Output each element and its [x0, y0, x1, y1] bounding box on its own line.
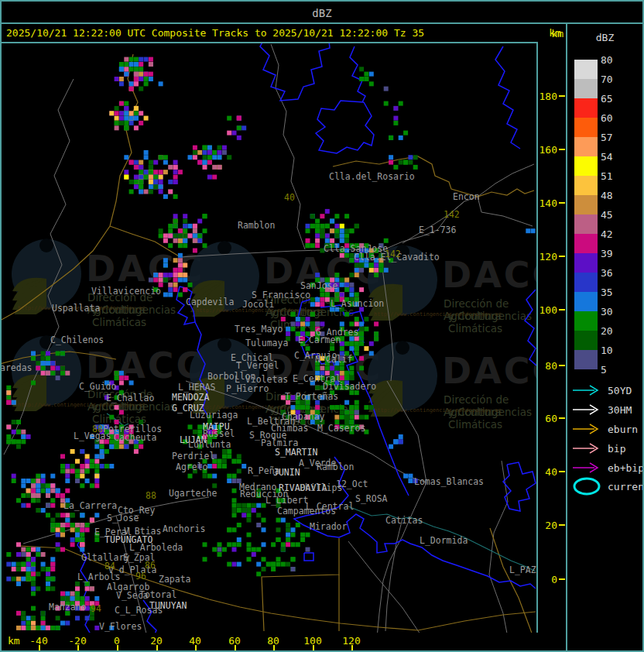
legend-current-label: current	[608, 481, 644, 492]
map-label: Capdevila	[186, 297, 234, 307]
map-label: La_Carrera	[63, 500, 117, 511]
map-label: S_ROSA	[355, 493, 388, 504]
map-label: Villavicencio	[91, 286, 161, 297]
map-label: Lunlunta	[188, 439, 231, 450]
map-label: Clla.del_Rosario	[329, 171, 415, 182]
legend-swatch	[574, 253, 598, 273]
right-axis-tick-label: 0	[537, 574, 557, 585]
map-label: V_Flores	[99, 621, 142, 632]
legend-scale-value: 20	[601, 325, 613, 337]
legend-swatch	[574, 234, 598, 253]
legend-current-row: current	[571, 476, 605, 492]
legend-track-label: bip	[608, 443, 625, 455]
road-number-label: 94	[91, 603, 101, 614]
map-label: S_MARTIN	[275, 447, 317, 458]
bottom-axis-tick	[235, 645, 236, 650]
map-label: Phillips	[300, 482, 342, 493]
right-axis-tick-label: 60	[537, 413, 557, 424]
map-label: L_Asuncion	[331, 298, 384, 309]
map-label: L_Arbols	[77, 571, 120, 582]
legend-scale-value: 42	[601, 228, 613, 240]
legend-scale-value: 80	[601, 54, 613, 66]
right-axis-tick	[559, 95, 565, 97]
bottom-axis-unit: km	[8, 635, 20, 647]
legend-swatch	[574, 195, 598, 214]
map-label: Ugarteche	[169, 488, 217, 499]
legend-track-label: eburn	[608, 424, 638, 435]
map-label: Encon	[453, 191, 480, 202]
map-label: SanJose	[300, 280, 337, 291]
map-label: Uspallata	[52, 303, 100, 314]
map-label: M_Caseros	[317, 423, 365, 434]
map-label: Mirador	[310, 521, 347, 532]
right-axis-tick	[559, 417, 565, 419]
map-label: Perdriel	[172, 451, 214, 462]
map-label: Campamentos	[277, 506, 336, 516]
bottom-axis-tick	[117, 645, 118, 650]
legend-track-row: eburn	[571, 421, 602, 437]
legend-scale-value: 5	[601, 364, 607, 376]
legend-track-row: bip	[571, 441, 602, 456]
right-axis-tick	[559, 471, 565, 472]
right-axis-tick	[559, 578, 565, 580]
legend-scale-value: 51	[601, 170, 613, 182]
legend-scale-value: 35	[601, 287, 613, 298]
map-label: Tulumaya	[245, 338, 288, 348]
legend-swatch	[574, 98, 598, 118]
map-label: C_Guido	[79, 381, 116, 392]
map-label: Catitas	[385, 515, 423, 526]
legend-scale-value: 70	[601, 74, 613, 85]
right-axis-tick	[559, 256, 565, 257]
legend-swatch	[574, 60, 598, 79]
legend-scale-value: 60	[601, 112, 613, 124]
map-label: E_Challao	[106, 393, 154, 403]
map-label: S_Jose	[107, 513, 139, 523]
legend-swatch	[574, 273, 598, 292]
map-label: C_L_Rosas	[115, 605, 163, 616]
header-row: 2025/10/21 12:22:00 UTC Composite Tracks…	[2, 24, 566, 42]
legend-scale-value: 39	[601, 248, 613, 259]
bottom-axis-tick	[273, 645, 275, 650]
map-label: Luzuriaga	[190, 410, 238, 420]
right-axis-tick-label: 180	[537, 91, 557, 102]
legend-swatch	[574, 156, 598, 176]
bottom-axis-tick	[195, 645, 197, 650]
legend-swatch	[574, 331, 598, 350]
radar-map[interactable]: DACCDirección de Agriculturay Contingenc…	[2, 42, 538, 634]
bottom-axis-tick	[156, 645, 158, 650]
right-axis-tick	[559, 309, 565, 311]
legend-swatch	[574, 350, 598, 369]
map-label: L_Arboleda	[129, 542, 183, 553]
legend-swatch	[574, 118, 598, 137]
map-label: Ramblon	[317, 462, 354, 472]
map-label: Manzano	[49, 602, 86, 613]
right-axis-tick	[559, 202, 565, 204]
road-number-label: 96	[135, 571, 146, 582]
right-axis-tick-label: 140	[537, 197, 557, 209]
map-label: MENDOZA	[172, 392, 209, 403]
road-number-label: 142	[385, 249, 401, 259]
legend-scale-value: 57	[601, 132, 613, 143]
map-label: N_Calif	[315, 354, 352, 365]
legend-swatch	[574, 79, 598, 98]
map-label: L_Dormida	[420, 535, 468, 546]
map-label: Agrelo	[176, 462, 208, 472]
bottom-axis-tick	[313, 645, 314, 650]
road-number-label: 88	[146, 490, 156, 501]
legend-scale-value: 54	[601, 151, 613, 163]
road-number-label: 40	[284, 192, 295, 203]
right-axis-tick-label: 120	[537, 251, 557, 263]
map-label: S_Francisco	[252, 290, 310, 300]
map-label: Lomas_Blancas	[414, 476, 484, 487]
radar-window: dBZ 2025/10/21 12:22:00 UTC Composite Tr…	[0, 0, 644, 652]
map-label: Russel	[203, 428, 235, 439]
timestamp-header: 2025/10/21 12:22:00 UTC Composite Tracks…	[6, 27, 424, 39]
legend-scale-value: 65	[601, 93, 613, 105]
legend-scale-value: 30	[601, 306, 613, 317]
map-label: Anchoris	[163, 523, 205, 534]
legend-track-label: 50YD	[608, 385, 632, 396]
map-label: T_Vergel	[236, 360, 279, 371]
right-axis-tick	[559, 149, 565, 150]
legend-swatch	[574, 311, 598, 331]
map-label: Ramblon	[238, 220, 275, 231]
